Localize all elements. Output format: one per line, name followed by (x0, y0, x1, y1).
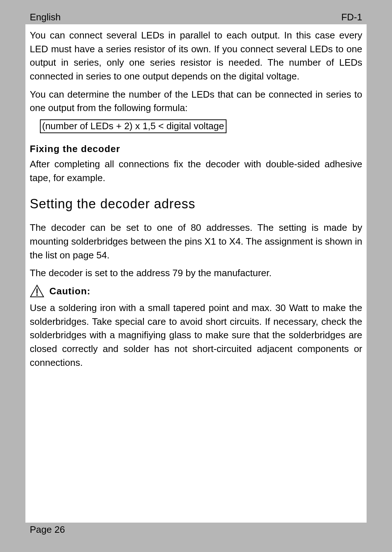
subheading-fixing-decoder: Fixing the decoder (30, 143, 362, 155)
section-heading-setting-address: Setting the decoder adress (30, 196, 362, 212)
paragraph-leds-parallel: You can connect several LEDs in parallel… (30, 29, 362, 83)
formula-box: (number of LEDs + 2) x 1,5 < digital vol… (40, 119, 226, 133)
warning-triangle-icon (30, 285, 44, 298)
header-doc-code: FD-1 (341, 12, 362, 23)
content-area: English FD-1 You can connect several LED… (25, 11, 367, 537)
paragraph-fixing: After completing all connections fix the… (30, 158, 362, 185)
paragraph-addresses: The decoder can be set to one of 80 addr… (30, 221, 362, 262)
header-bar: English FD-1 (25, 11, 367, 24)
caution-row: Caution: (30, 285, 362, 298)
paragraph-caution-text: Use a soldering iron with a small tapere… (30, 301, 362, 369)
paragraph-formula-intro: You can determine the number of the LEDs… (30, 88, 362, 115)
document-page: English FD-1 You can connect several LED… (0, 0, 392, 552)
paragraph-default-address: The decoder is set to the address 79 by … (30, 266, 362, 280)
header-language: English (30, 12, 61, 23)
caution-label: Caution: (49, 286, 90, 297)
body-text: You can connect several LEDs in parallel… (25, 29, 367, 369)
footer-bar: Page 26 (25, 523, 367, 537)
page-number: Page 26 (30, 524, 65, 535)
svg-point-2 (36, 294, 38, 296)
